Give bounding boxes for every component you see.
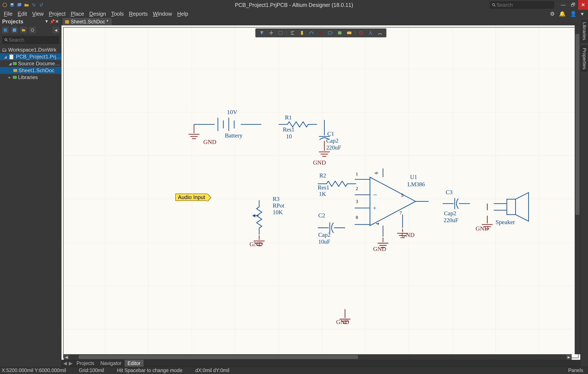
menu-view[interactable]: View [30,10,46,18]
document-tab-sheet1[interactable]: Sheet1.SchDoc * [63,18,112,25]
place-gnd-icon[interactable] [316,30,325,36]
filter-icon[interactable] [257,30,266,36]
panel-tab-properties[interactable]: Properties [580,45,588,73]
menu-file[interactable]: File [1,10,15,18]
twist-icon[interactable]: ▸ [9,75,12,80]
undo-icon[interactable] [31,2,37,8]
tree-libraries[interactable]: ▸ Libraries [0,74,61,81]
window-close-button[interactable]: ✕ [578,0,588,10]
menu-project[interactable]: Project [46,10,68,18]
scroll-right-icon[interactable]: ▶ [567,355,571,359]
status-hint: Hit Spacebar to change mode [117,368,182,373]
pin-6: 6 [374,172,379,174]
projects-panel: Projects ▼ 📌 ✕ ◀ 🗂 Workspace1.DsnWrk [0,18,62,367]
user-icon[interactable]: 👤 [570,11,577,17]
align-icon[interactable] [288,30,297,36]
user-dropdown-icon[interactable]: ▾ [581,11,584,17]
svg-rect-10 [279,31,283,34]
no-erc-icon[interactable] [357,30,366,36]
menu-help[interactable]: Help [175,10,191,18]
twist-icon[interactable]: ◢ [4,54,7,59]
panels-button[interactable]: Panels [565,367,586,374]
scroll-thumb[interactable] [576,34,579,215]
app-icon [2,2,8,8]
gnd-label-u1-pin4: GND [373,246,386,252]
window-maximize-button[interactable]: 🗗 [568,0,578,10]
schdoc-icon [13,69,17,72]
status-coords: X:5200.000mil Y:6000.000mil [2,368,66,373]
schematic-canvas[interactable]: A [62,25,580,360]
u1-comment: LM386 [408,181,425,188]
redo-icon[interactable] [38,2,44,8]
scroll-thumb[interactable] [79,355,358,359]
projects-compile-icon[interactable] [11,27,18,33]
place-port-icon[interactable] [326,30,335,36]
panel-options-icon[interactable]: ▼ [44,19,49,24]
global-search-input[interactable] [496,2,552,8]
svg-point-5 [492,3,494,6]
menu-place[interactable]: Place [68,10,87,18]
menu-window[interactable]: Window [150,10,175,18]
svg-rect-2 [11,3,13,5]
schematic-sheet[interactable]: A [62,25,580,360]
c3-comment: Cap2 [444,210,456,217]
svg-point-8 [31,29,34,31]
tree-workspace[interactable]: 🗂 Workspace1.DsnWrk [0,46,61,53]
save-all-icon[interactable] [16,2,22,8]
projects-add-icon[interactable] [20,27,27,33]
c1-comment: Cap2 [326,137,338,144]
r1-designator: R1 [285,114,292,121]
projects-panel-title: Projects ▼ 📌 ✕ [0,18,61,25]
horizontal-scrollbar[interactable]: ◀ ▶ [64,354,572,360]
projects-collapse-icon[interactable]: ◀ [53,27,59,33]
r1-value: 10 [286,133,292,140]
tab-projects[interactable]: Projects [74,360,97,367]
tab-next-icon[interactable]: ▶ [68,361,74,366]
move-icon[interactable] [267,30,276,36]
place-sheet-icon[interactable] [335,30,344,36]
titlebar: PCB_Project1.PrjPCB - Altium Designer (1… [0,0,588,10]
right-collapsed-panels: Libraries Properties [580,18,588,367]
tab-navigator[interactable]: Navigator [97,360,125,367]
vertical-scrollbar[interactable] [575,25,580,354]
menu-design[interactable]: Design [87,10,109,18]
port-audio-input[interactable]: Audio Input [175,194,207,201]
tree-sheet-doc[interactable]: Sheet1.SchDoc [0,67,61,74]
c3-designator: C3 [446,189,453,196]
place-wire-icon[interactable] [307,30,316,36]
place-directive-icon[interactable] [345,30,354,36]
panel-pin-icon[interactable]: 📌 [50,19,54,24]
scroll-left-icon[interactable]: ◀ [64,355,69,359]
menu-tools[interactable]: Tools [108,10,126,18]
status-grid: Grid:100mil [79,368,104,373]
schdoc-icon [65,20,69,24]
twist-icon[interactable]: ◢ [9,61,12,66]
notifications-icon[interactable]: 🔔 [559,11,566,17]
r3-comment: RPot [273,202,284,209]
place-arc-icon[interactable] [376,30,385,36]
place-text-icon[interactable]: A [366,30,375,36]
projects-search-input[interactable] [9,37,57,43]
projects-save-icon[interactable] [2,27,9,33]
menu-reports[interactable]: Reports [126,10,150,18]
open-icon[interactable] [24,2,30,8]
tree-project[interactable]: ◢ 📋 PCB_Project1.PrjPCB [0,53,61,60]
tab-editor[interactable]: Editor [125,360,144,367]
r3-value: 10K [273,209,283,216]
global-search[interactable] [490,1,554,9]
pin-5: 5 [401,192,403,198]
menu-edit[interactable]: Edit [15,10,30,18]
tree-source-docs[interactable]: ◢ Source Documents [0,60,61,67]
projects-search[interactable] [2,36,59,44]
panel-tab-libraries[interactable]: Libraries [580,19,588,43]
settings-icon[interactable]: ⚙ [550,11,555,17]
select-rect-icon[interactable] [276,30,285,36]
window-minimize-button[interactable]: — [558,0,568,10]
tab-prev-icon[interactable]: ◀ [62,361,68,366]
tree-libraries-label: Libraries [18,74,38,80]
place-component-icon[interactable] [297,30,306,36]
save-icon[interactable] [9,2,15,8]
projects-settings-icon[interactable] [29,27,36,33]
panel-close-icon[interactable]: ✕ [55,19,59,24]
port-label: Audio Input [178,194,205,200]
